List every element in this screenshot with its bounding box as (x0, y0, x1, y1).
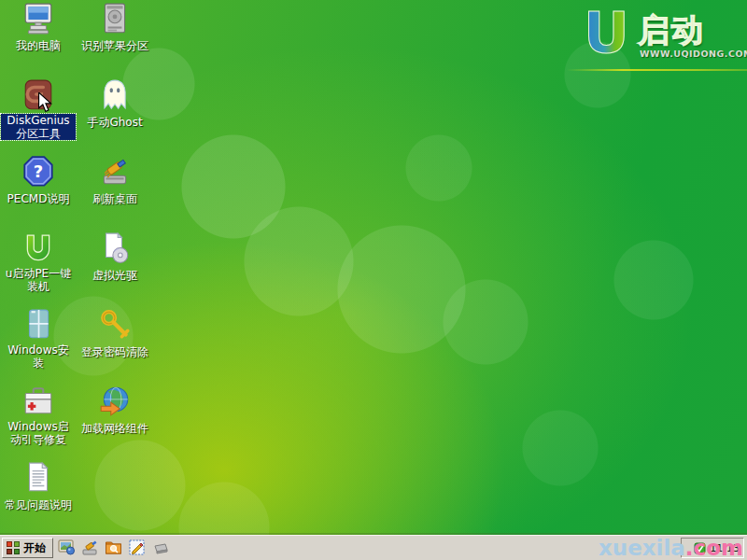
display-properties-icon[interactable] (58, 539, 76, 556)
desktop-icon-refresh-desktop[interactable]: 刷新桌面 (78, 155, 152, 206)
text-document-icon (21, 461, 55, 495)
icon-label: 我的电脑 (14, 39, 63, 52)
logo-brand-text: 启动 (638, 9, 705, 52)
icon-label: 虚拟光驱 (91, 269, 139, 282)
desktop-icon-faq-readme[interactable]: 常见问题说明 (1, 461, 76, 512)
desktop-icon-load-network-components[interactable]: 加载网络组件 (78, 385, 152, 436)
icon-label: PECMD说明 (6, 192, 72, 205)
key-icon (98, 308, 132, 342)
icon-label: 识别苹果分区 (79, 39, 150, 52)
logo-underline (567, 69, 747, 71)
desktop: U 启动 WWW.UQIDONG.COM 我的电脑 识别苹果分区 (0, 0, 747, 560)
desktop-icon-uqidong-pe-installer[interactable]: u启动PE一键装机 (1, 231, 76, 294)
quick-launch-bar (58, 539, 169, 556)
desktop-icon-manual-ghost[interactable]: 手动Ghost (78, 78, 152, 130)
u-glyph-icon: U (582, 2, 641, 63)
desktop-icon-windows-setup[interactable]: Windows安装 (1, 308, 76, 371)
watermark: xuexila.com (599, 536, 743, 560)
logo-website-text: WWW.UQIDONG.COM (640, 49, 747, 59)
start-menu-icon (7, 541, 20, 554)
start-button[interactable]: 开始 (2, 538, 53, 558)
desktop-icon-my-computer[interactable]: 我的电脑 (1, 2, 76, 53)
mouse-cursor (38, 92, 52, 113)
globe-arrow-icon (98, 385, 132, 418)
windows-pane-icon (21, 308, 55, 342)
icon-label: 常见问题说明 (3, 498, 74, 511)
icon-label: 登录密码清除 (79, 345, 150, 358)
icon-label: DiskGenius分区工具 (1, 114, 76, 140)
desktop-icon-clear-login-password[interactable]: 登录密码清除 (78, 308, 152, 359)
watermark-site-name: xuexila (599, 536, 685, 560)
icon-label: 刷新桌面 (91, 192, 139, 205)
desktop-icon-pecmd-readme[interactable]: ? PECMD说明 (1, 155, 76, 206)
refresh-brush-icon[interactable] (81, 539, 99, 556)
computer-icon (21, 2, 55, 35)
icon-label: u启动PE一键装机 (1, 267, 76, 293)
explorer-folder-search-icon[interactable] (105, 539, 122, 556)
desktop-icon-windows-boot-repair[interactable]: Windows启动引导修复 (1, 385, 76, 447)
desktop-icon-virtual-cdrom[interactable]: 虚拟光驱 (78, 231, 152, 283)
start-button-label: 开始 (23, 540, 46, 556)
watermark-site-tld: .com (685, 536, 743, 560)
icon-label: 加载网络组件 (79, 422, 150, 435)
svg-text:?: ? (34, 161, 43, 181)
brush-disk-icon (98, 155, 132, 189)
icon-label: Windows启动引导修复 (1, 420, 76, 446)
icon-label: Windows安装 (1, 343, 76, 370)
desktop-icon-identify-apple-partition[interactable]: 识别苹果分区 (78, 2, 152, 53)
question-octagon-icon: ? (21, 155, 55, 189)
notepad-edit-icon[interactable] (128, 539, 146, 556)
svg-text:U: U (584, 2, 629, 63)
first-aid-kit-icon (21, 385, 55, 418)
cd-document-icon (98, 231, 132, 265)
harddrive-icon[interactable] (151, 539, 169, 556)
apple-drive-icon (98, 2, 132, 35)
uqidong-logo: U 启动 WWW.UQIDONG.COM (574, 0, 747, 75)
u-logo-icon (21, 231, 55, 265)
ghost-icon (98, 78, 132, 112)
icon-label: 手动Ghost (85, 116, 144, 129)
